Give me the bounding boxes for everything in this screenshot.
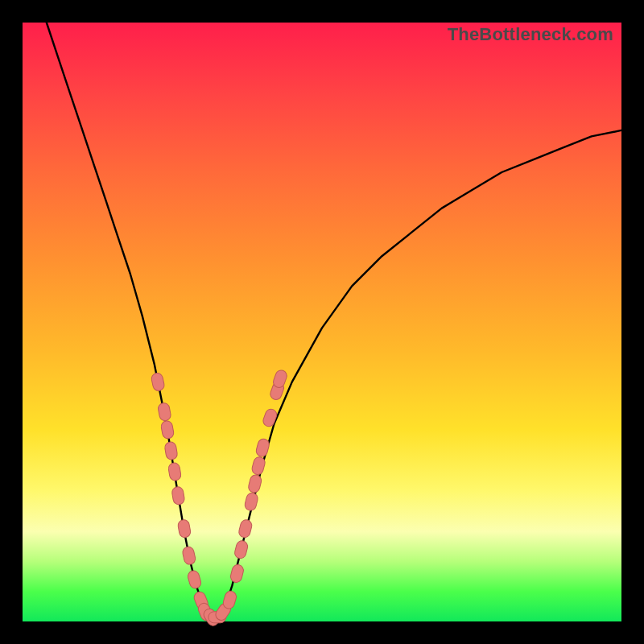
highlight-marker (213, 601, 233, 622)
bottleneck-curve-path (47, 23, 621, 621)
bottleneck-curve (47, 23, 621, 621)
watermark-label: TheBottleneck.com (448, 24, 613, 45)
highlight-markers (151, 369, 288, 628)
highlight-marker (201, 607, 221, 628)
highlight-marker (255, 438, 270, 458)
highlight-marker (269, 381, 286, 401)
highlight-marker (182, 546, 196, 566)
highlight-marker (187, 569, 202, 589)
plot-area: TheBottleneck.com (23, 23, 621, 621)
highlight-marker (171, 486, 185, 506)
highlight-marker (247, 474, 262, 494)
highlight-marker (157, 402, 171, 422)
highlight-marker (167, 462, 181, 481)
curve-layer (23, 23, 621, 621)
highlight-marker (262, 407, 279, 427)
highlight-marker (222, 590, 237, 610)
highlight-marker (160, 420, 175, 440)
highlight-marker (151, 372, 165, 392)
chart-frame: TheBottleneck.com (0, 0, 644, 644)
highlight-marker (272, 369, 289, 389)
highlight-marker (177, 519, 192, 539)
highlight-marker (196, 601, 213, 622)
highlight-marker (233, 539, 249, 559)
highlight-marker (192, 590, 209, 611)
highlight-marker (208, 612, 226, 623)
highlight-marker (237, 518, 253, 539)
highlight-marker (244, 492, 259, 512)
highlight-marker (229, 564, 245, 584)
highlight-marker (164, 441, 178, 460)
highlight-marker (251, 456, 266, 476)
